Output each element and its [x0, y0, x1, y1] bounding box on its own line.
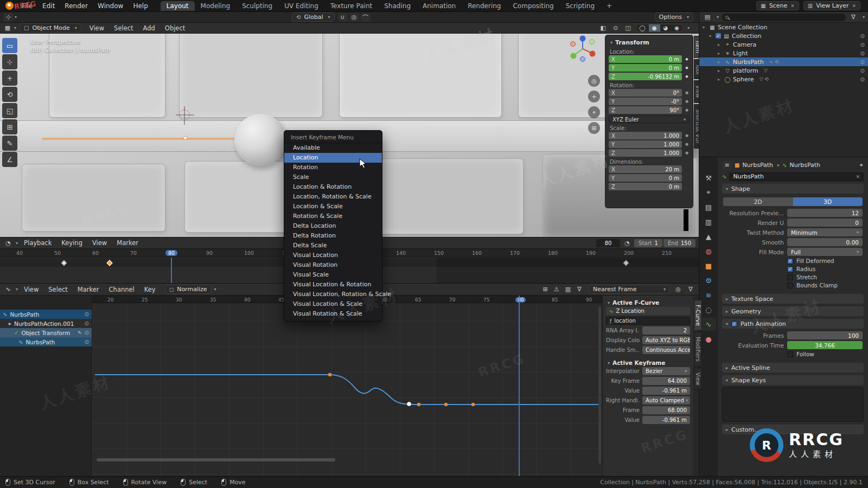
- hide-eye-icon[interactable]: ⊙: [860, 59, 865, 65]
- outliner-object-row[interactable]: ▸ ∿ NurbsPath ∿ ⟲ ⊙: [699, 57, 868, 66]
- shading-mode-icon[interactable]: ◯: [636, 24, 649, 31]
- graph-header-icon[interactable]: ⚠: [552, 285, 561, 294]
- breadcrumb-object[interactable]: NurbsPath: [742, 162, 773, 169]
- show-overlays-icon[interactable]: ⊙: [611, 24, 621, 33]
- checkbox-row[interactable]: ✓ Radius: [723, 266, 863, 272]
- rna-index-field[interactable]: 2: [642, 326, 690, 335]
- keyframe-dot-icon[interactable]: ●: [684, 99, 690, 104]
- keyframe-menu-item[interactable]: Visual Location, Rotation & Scale: [284, 290, 382, 299]
- keyframe-menu-item[interactable]: Visual Rotation & Scale: [284, 309, 382, 319]
- keyframe-menu-item[interactable]: Available: [284, 143, 382, 153]
- smooth-slider[interactable]: 0.00: [787, 238, 863, 246]
- segment-3d[interactable]: 3D: [793, 197, 863, 206]
- properties-tab-icon[interactable]: ◌: [701, 303, 716, 316]
- view-layer-selector[interactable]: ▥ View Layer ✕: [803, 1, 860, 10]
- toggle-xray-icon[interactable]: ◫: [623, 24, 633, 33]
- display-color-dropdown[interactable]: Auto XYZ to RGB ▾: [642, 336, 690, 344]
- right-handle-dropdown[interactable]: Auto Clamped ▾: [642, 396, 690, 404]
- workspace-tab[interactable]: Sculpting: [236, 1, 278, 11]
- keyframe-dot-icon[interactable]: ◆: [684, 57, 690, 61]
- outliner-object-row[interactable]: ▸ ▽ platform ▽ ⊙: [699, 66, 868, 75]
- sidebar-tab[interactable]: View: [694, 368, 702, 390]
- hide-eye-icon[interactable]: ⊙: [860, 76, 865, 82]
- graph-menu[interactable]: Channel: [104, 286, 139, 293]
- properties-tab-icon[interactable]: ⚙: [701, 274, 716, 287]
- mode-dropdown[interactable]: □ Object Mode ▾: [20, 23, 81, 33]
- channel-name-field[interactable]: ∿ Z Location: [606, 307, 690, 315]
- keyframe-dot-icon[interactable]: ●: [684, 108, 690, 112]
- value-slider[interactable]: X 0°: [609, 89, 682, 97]
- location-value-row[interactable]: X 0 m ◆: [609, 55, 690, 63]
- workspace-tab[interactable]: Rendering: [462, 1, 507, 11]
- dimension-value-row[interactable]: Y 0 m ●: [609, 174, 690, 182]
- show-gizmo-icon[interactable]: ◧: [598, 24, 608, 33]
- panel-header-shape-keys[interactable]: ▾ Shape Keys: [722, 375, 864, 385]
- graph-menu[interactable]: Select: [43, 286, 72, 293]
- fill-mode-dropdown[interactable]: Full ▾: [787, 248, 863, 256]
- filter-icon[interactable]: ∇: [848, 13, 858, 22]
- value-slider[interactable]: 0: [787, 219, 863, 227]
- keyframe-menu-item[interactable]: Location & Scale: [284, 202, 382, 211]
- topbar-menu[interactable]: Edit: [37, 2, 60, 10]
- sidebar-tab[interactable]: Item: [694, 36, 699, 58]
- visibility-icon[interactable]: ⊙: [85, 320, 89, 326]
- checkbox-icon[interactable]: ✓: [787, 282, 793, 288]
- shading-mode-icon[interactable]: ◉: [671, 24, 682, 31]
- tool-button[interactable]: ∠: [2, 152, 17, 167]
- collapse-arrow-icon[interactable]: ▾: [608, 300, 610, 305]
- value-slider[interactable]: X 1.000: [609, 132, 682, 139]
- panel-checkbox-icon[interactable]: ✓: [731, 321, 737, 327]
- panel-header-geometry[interactable]: ▸ Geometry: [722, 306, 864, 316]
- workspace-tab[interactable]: Layout: [161, 1, 195, 11]
- channel-row[interactable]: ▸ NurbsPathAction.001 ✎ ⊙: [0, 319, 92, 328]
- graph-menu[interactable]: Marker: [73, 286, 104, 293]
- hide-eye-icon[interactable]: ⊙: [860, 42, 865, 48]
- keyframe-dot-icon[interactable]: ◆: [684, 66, 690, 70]
- editor-type-icon[interactable]: ▤: [703, 13, 712, 22]
- properties-tab-icon[interactable]: ⌖: [701, 186, 716, 199]
- timeline-menu[interactable]: Playback: [19, 239, 56, 247]
- value-slider[interactable]: 12: [787, 209, 863, 217]
- snap-dropdown[interactable]: Nearest Frame ▾: [589, 285, 670, 294]
- outliner-row-scene-collection[interactable]: ▾ ▦ Scene Collection: [699, 23, 868, 31]
- graph-menu[interactable]: Key: [139, 286, 161, 293]
- scene-selector[interactable]: ▦ Scene ✕: [756, 1, 799, 10]
- tool-button[interactable]: ◱: [2, 103, 17, 118]
- keyframe-menu-item[interactable]: Delta Scale: [284, 241, 382, 251]
- unlink-icon[interactable]: ✕: [856, 174, 860, 179]
- timeline-menu[interactable]: Keying: [56, 239, 87, 247]
- dimension-value-row[interactable]: Z 0 m ●: [609, 183, 690, 190]
- checkbox-row[interactable]: ✓ Follow: [723, 351, 863, 357]
- value-slider[interactable]: Z 90°: [609, 106, 682, 114]
- options-dropdown[interactable]: Options ▾: [655, 12, 693, 22]
- vertical-scrollbar[interactable]: [598, 306, 601, 464]
- tool-button[interactable]: ⊹: [2, 54, 17, 69]
- hide-eye-icon[interactable]: ⊙: [860, 33, 865, 39]
- shading-mode-icon[interactable]: ●: [649, 24, 660, 31]
- channel-row[interactable]: ∿ NurbsPath ✎ ⊙: [0, 310, 92, 319]
- pin-icon[interactable]: ✦: [859, 162, 864, 168]
- snap-toggle-icon[interactable]: ⌒: [361, 13, 371, 22]
- checkbox-row[interactable]: ✓ Fill Deformed: [723, 258, 863, 264]
- keyframe-menu-item[interactable]: Visual Location: [284, 251, 382, 260]
- remove-view-layer-icon[interactable]: ✕: [852, 3, 856, 9]
- rotation-mode-dropdown[interactable]: XYZ Euler ▾: [609, 115, 690, 123]
- horizontal-scrollbar[interactable]: [97, 458, 335, 461]
- outliner-search-input[interactable]: [722, 14, 846, 21]
- sidebar-tab[interactable]: Modifiers: [694, 332, 702, 367]
- keyframe-dot-icon[interactable]: ◆: [684, 74, 690, 79]
- channel-row[interactable]: ∿ NurbsPath ✎ ⊙: [0, 337, 92, 346]
- transform-orientation-dropdown[interactable]: ⟲ Global ▾: [292, 12, 335, 22]
- normalize-toggle[interactable]: ▢ Normalize: [165, 285, 212, 294]
- properties-tab-icon[interactable]: ●: [701, 332, 716, 345]
- collapse-arrow-icon[interactable]: ▾: [610, 40, 612, 45]
- tool-button[interactable]: ⊞: [2, 119, 17, 134]
- graph-header-icon[interactable]: ▥: [563, 285, 573, 294]
- workspace-tab[interactable]: +: [601, 1, 618, 11]
- playhead[interactable]: [519, 296, 520, 477]
- tool-button[interactable]: +: [2, 70, 17, 86]
- properties-tab-icon[interactable]: ⚒: [701, 171, 716, 184]
- value-slider[interactable]: Y 0 m: [609, 64, 682, 72]
- shape-keys-list[interactable]: [722, 387, 864, 422]
- rotation-value-row[interactable]: Z 90° ●: [609, 106, 690, 114]
